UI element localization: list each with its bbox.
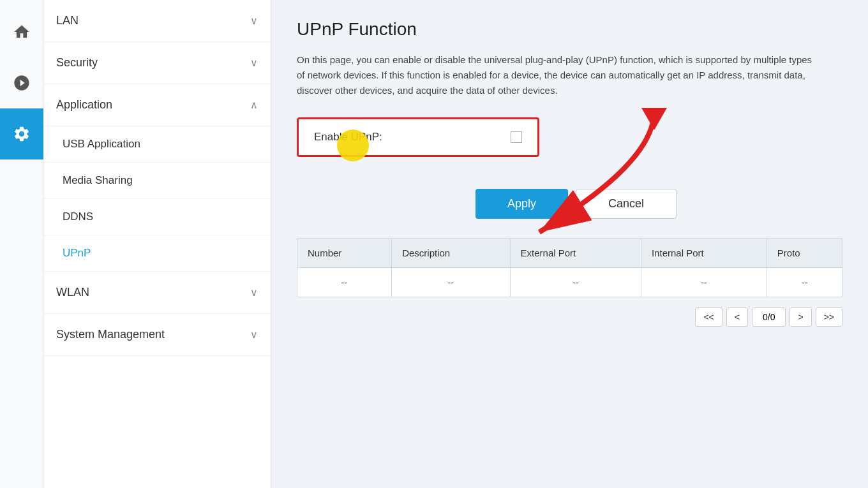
page-description: On this page, you can enable or disable … <box>297 52 820 98</box>
cell-number: -- <box>297 268 392 297</box>
apply-button[interactable]: Apply <box>475 189 568 219</box>
wlan-label: WLAN <box>56 286 89 299</box>
enable-upnp-checkbox[interactable] <box>511 131 522 143</box>
security-arrow: ∨ <box>250 57 258 69</box>
cell-description: -- <box>392 268 510 297</box>
security-menu-item[interactable]: Security ∨ <box>43 42 271 84</box>
lan-label: LAN <box>56 14 79 27</box>
system-management-arrow: ∨ <box>250 329 258 341</box>
wlan-arrow: ∨ <box>250 286 258 299</box>
media-sharing-item[interactable]: Media Sharing <box>43 163 271 199</box>
col-internal-port: Internal Port <box>641 239 767 268</box>
page-title: UPnP Function <box>297 19 842 40</box>
cell-external-port: -- <box>510 268 641 297</box>
status-icon-btn[interactable] <box>0 57 43 108</box>
application-label: Application <box>56 98 112 112</box>
ddns-item[interactable]: DDNS <box>43 199 271 235</box>
upnp-table: Number Description External Port Interna… <box>297 238 842 297</box>
system-management-label: System Management <box>56 328 165 341</box>
cancel-button[interactable]: Cancel <box>576 189 677 219</box>
home-icon-btn[interactable] <box>0 6 43 57</box>
upnp-item[interactable]: UPnP <box>43 235 271 272</box>
last-page-button[interactable]: >> <box>816 307 842 327</box>
cell-internal-port: -- <box>641 268 767 297</box>
col-description: Description <box>392 239 510 268</box>
cell-proto: -- <box>767 268 842 297</box>
usb-application-item[interactable]: USB Application <box>43 126 271 163</box>
svg-marker-1 <box>641 108 667 130</box>
pagination: << < 0/0 > >> <box>297 307 842 327</box>
next-page-button[interactable]: > <box>789 307 811 327</box>
application-menu-item[interactable]: Application ∧ <box>43 84 271 126</box>
lan-menu-item[interactable]: LAN ∨ <box>43 0 271 42</box>
col-external-port: External Port <box>510 239 641 268</box>
col-proto: Proto <box>767 239 842 268</box>
wlan-menu-item[interactable]: WLAN ∨ <box>43 272 271 314</box>
annotation-area: Enable UPnP: <box>297 117 842 170</box>
lan-arrow: ∨ <box>250 15 258 27</box>
first-page-button[interactable]: << <box>695 307 722 327</box>
application-arrow: ∧ <box>250 99 258 111</box>
security-label: Security <box>56 56 98 70</box>
action-buttons: Apply Cancel <box>475 189 842 219</box>
settings-icon-btn[interactable] <box>0 108 43 159</box>
table-row: -- -- -- -- -- <box>297 268 842 297</box>
system-management-menu-item[interactable]: System Management ∨ <box>43 314 271 356</box>
page-info: 0/0 <box>752 307 786 327</box>
col-number: Number <box>297 239 392 268</box>
upnp-enable-box: Enable UPnP: <box>297 117 539 157</box>
yellow-highlight <box>337 129 369 161</box>
prev-page-button[interactable]: < <box>726 307 748 327</box>
